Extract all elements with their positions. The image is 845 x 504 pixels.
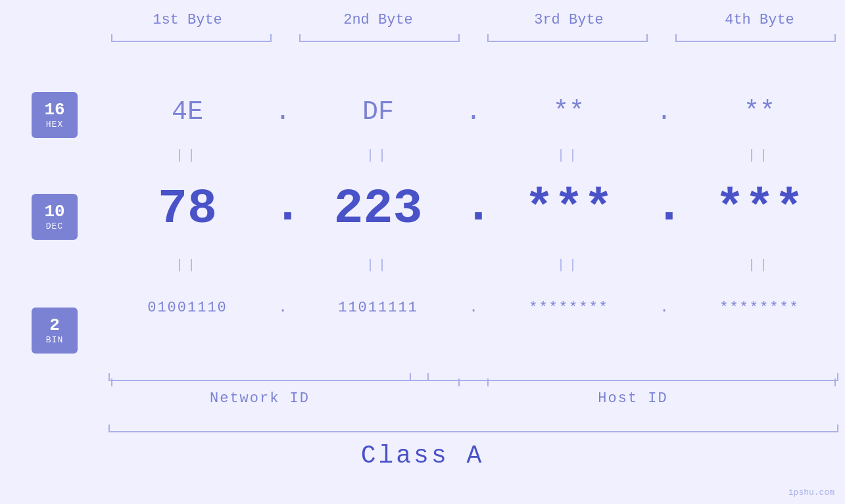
bin-dot3: . bbox=[654, 300, 674, 316]
page: 1st Byte 2nd Byte 3rd Byte 4th Byte bbox=[0, 0, 845, 504]
sep2-b4: || bbox=[674, 258, 845, 273]
bin-b4: ******** bbox=[674, 300, 845, 316]
sep2-b1: || bbox=[102, 258, 273, 273]
hex-dot3: . bbox=[654, 97, 674, 127]
sep1-b1: || bbox=[102, 148, 273, 163]
byte-headers-row: 1st Byte 2nd Byte 3rd Byte 4th Byte bbox=[102, 12, 845, 28]
badge-hex: 16 HEX bbox=[32, 92, 78, 138]
hex-dot2: . bbox=[464, 97, 483, 127]
bin-b1: 01001110 bbox=[102, 300, 273, 316]
badge-bin: 2 BIN bbox=[32, 308, 78, 354]
badge-dec: 10 DEC bbox=[32, 194, 78, 240]
host-id-label: Host ID bbox=[427, 390, 838, 407]
bin-dot1: . bbox=[273, 300, 293, 316]
dec-dot2: . bbox=[464, 179, 483, 240]
bracket-byte2 bbox=[299, 34, 460, 47]
byte4-header: 4th Byte bbox=[674, 12, 845, 28]
hex-row: 4E . DF . ** . ** bbox=[102, 89, 845, 135]
sep2-b3: || bbox=[483, 258, 654, 273]
top-brackets bbox=[102, 34, 845, 47]
hex-b1: 4E bbox=[102, 97, 273, 127]
hex-b2: DF bbox=[293, 97, 464, 127]
dec-dot1: . bbox=[273, 179, 293, 240]
sep-row-2: || || || || bbox=[102, 253, 845, 277]
byte3-header: 3rd Byte bbox=[483, 12, 654, 28]
dec-dot3: . bbox=[654, 179, 674, 240]
class-label: Class A bbox=[0, 442, 845, 470]
dec-b1: 78 bbox=[102, 181, 273, 237]
bracket-byte4 bbox=[675, 34, 836, 47]
host-id-bracket bbox=[427, 373, 838, 386]
sep2-b2: || bbox=[293, 258, 464, 273]
dec-row: 78 . 223 . *** . *** bbox=[102, 176, 845, 242]
sep1-b2: || bbox=[293, 148, 464, 163]
hex-b4: ** bbox=[674, 97, 845, 127]
attribution: ipshu.com bbox=[788, 488, 834, 497]
net-id-bracket bbox=[109, 373, 411, 386]
byte2-header: 2nd Byte bbox=[293, 12, 464, 28]
bin-row: 01001110 . 11011111 . ******** . *******… bbox=[102, 288, 845, 327]
sep1-b4: || bbox=[674, 148, 845, 163]
bin-b2: 11011111 bbox=[293, 300, 464, 316]
bracket-byte3 bbox=[487, 34, 648, 47]
hex-dot1: . bbox=[273, 97, 293, 127]
dec-b2: 223 bbox=[293, 181, 464, 237]
sep1-b3: || bbox=[483, 148, 654, 163]
hex-b3: ** bbox=[483, 97, 654, 127]
dec-b3: *** bbox=[483, 181, 654, 237]
byte1-header: 1st Byte bbox=[102, 12, 273, 28]
network-id-label: Network ID bbox=[109, 390, 411, 407]
bin-dot2: . bbox=[464, 300, 483, 316]
dec-b4: *** bbox=[674, 181, 845, 237]
sep-row-1: || || || || bbox=[102, 143, 845, 167]
bracket-byte1 bbox=[111, 34, 272, 47]
class-bracket bbox=[109, 424, 838, 438]
bin-b3: ******** bbox=[483, 300, 654, 316]
